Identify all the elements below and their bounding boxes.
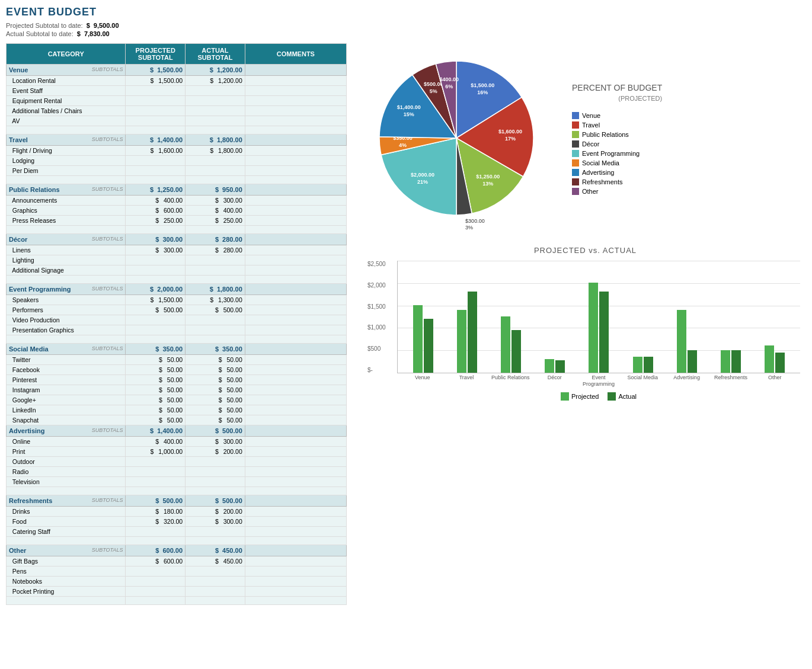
item-projected xyxy=(126,116,186,126)
item-actual: $ 300.00 xyxy=(186,437,245,447)
item-comments xyxy=(245,577,346,587)
item-name: Notebooks xyxy=(7,577,126,587)
item-comments xyxy=(245,295,346,305)
item-row: Gift Bags $ 600.00 $ 450.00 xyxy=(7,556,347,566)
item-comments xyxy=(245,216,346,226)
bar-legend-item: Actual xyxy=(608,392,637,401)
item-actual xyxy=(186,457,245,467)
item-name: Gift Bags xyxy=(7,556,126,566)
item-name: Food xyxy=(7,517,126,527)
item-projected xyxy=(126,477,186,487)
item-actual xyxy=(186,265,245,276)
bar-actual xyxy=(775,353,785,373)
bar-group xyxy=(402,261,443,373)
legend-color xyxy=(572,188,579,195)
item-projected: $ 400.00 xyxy=(126,437,186,447)
y-axis-label: $1,500 xyxy=(367,303,386,310)
item-name: Flight / Driving xyxy=(7,146,126,156)
item-name: AV xyxy=(7,116,126,126)
legend-color xyxy=(572,121,579,129)
item-row: Presentation Graphics xyxy=(7,325,347,335)
bar-projected xyxy=(501,316,510,373)
bar-chart-legend: Projected Actual xyxy=(397,392,800,401)
category-name: Event Programming SUBTOTALS xyxy=(7,284,126,295)
legend-item: Other xyxy=(572,188,662,195)
item-comments xyxy=(245,196,346,206)
item-projected: $ 600.00 xyxy=(126,206,186,216)
item-comments xyxy=(245,315,346,325)
item-name: Linens xyxy=(7,245,126,255)
item-row: Print $ 1,000.00 $ 200.00 xyxy=(7,447,347,457)
item-projected xyxy=(126,106,186,116)
item-actual xyxy=(186,106,245,116)
legend-item: Refreshments xyxy=(572,178,662,185)
item-name: Event Staff xyxy=(7,86,126,96)
item-projected: $ 300.00 xyxy=(126,245,186,255)
item-actual xyxy=(186,477,245,487)
item-projected: $ 50.00 xyxy=(126,385,186,395)
bar-projected xyxy=(633,357,642,373)
pie-external-label: $300.00 xyxy=(465,218,485,224)
item-actual: $ 300.00 xyxy=(186,196,245,206)
empty-row xyxy=(7,487,347,495)
item-name: Catering Staff xyxy=(7,527,126,537)
y-axis-label: $- xyxy=(367,367,386,373)
item-comments xyxy=(245,106,346,116)
item-projected: $ 1,500.00 xyxy=(126,76,186,86)
category-comments xyxy=(245,234,346,245)
item-actual: $ 1,200.00 xyxy=(186,76,245,86)
item-projected: $ 50.00 xyxy=(126,395,186,405)
pie-label: $1,250.00 xyxy=(476,174,500,180)
pie-label: $1,500.00 xyxy=(471,82,494,88)
bar-projected xyxy=(413,305,423,373)
item-actual: $ 400.00 xyxy=(186,206,245,216)
item-projected: $ 600.00 xyxy=(126,556,186,566)
bar-legend-label: Projected xyxy=(571,393,599,400)
budget-table: CATEGORY PROJECTED SUBTOTAL ACTUAL SUBTO… xyxy=(6,43,347,605)
item-name: Speakers xyxy=(7,295,126,305)
pie-chart-section: $1,500.0016%$1,600.0017%$1,250.0013%$300… xyxy=(365,43,806,234)
bar-projected xyxy=(721,350,730,373)
item-comments xyxy=(245,355,346,365)
item-actual: $ 200.00 xyxy=(186,447,245,457)
item-row: Catering Staff xyxy=(7,527,347,537)
category-row: Social Media SUBTOTALS $ 350.00 $ 350.00 xyxy=(7,344,347,355)
bar-projected xyxy=(589,283,598,373)
item-actual: $ 250.00 xyxy=(186,216,245,226)
actual-dollar: $ xyxy=(77,30,81,37)
category-row: Public Relations SUBTOTALS $ 1,250.00 $ … xyxy=(7,184,347,196)
item-name: Lodging xyxy=(7,156,126,166)
item-comments xyxy=(245,477,346,487)
item-row: Online $ 400.00 $ 300.00 xyxy=(7,437,347,447)
legend-label: Event Programming xyxy=(582,150,640,157)
item-row: Speakers $ 1,500.00 $ 1,300.00 xyxy=(7,295,347,305)
bar-actual xyxy=(468,292,477,373)
category-name: Other SUBTOTALS xyxy=(7,545,126,556)
x-axis-label: Décor xyxy=(534,374,575,388)
item-name: Outdoor xyxy=(7,457,126,467)
summary-projected: Projected Subtotal to date: $ 9,500.00 xyxy=(6,22,806,29)
category-actual: $ 450.00 xyxy=(186,545,245,556)
item-actual: $ 50.00 xyxy=(186,365,245,375)
item-actual: $ 280.00 xyxy=(186,245,245,255)
bar-actual xyxy=(512,330,521,373)
item-row: Lighting xyxy=(7,255,347,265)
bar-group xyxy=(490,261,531,373)
bar-actual xyxy=(424,319,433,373)
item-row: Announcements $ 400.00 $ 300.00 xyxy=(7,196,347,206)
item-row: Event Staff xyxy=(7,86,347,96)
item-actual xyxy=(186,96,245,106)
item-projected xyxy=(126,86,186,96)
col-header-comments: COMMENTS xyxy=(245,44,346,65)
bar-group xyxy=(446,261,487,373)
category-actual: $ 1,800.00 xyxy=(186,284,245,295)
item-actual: $ 50.00 xyxy=(186,405,245,415)
legend-item: Social Media xyxy=(572,159,662,167)
charts-area: $1,500.0016%$1,600.0017%$1,250.0013%$300… xyxy=(359,43,806,605)
category-projected: $ 2,000.00 xyxy=(126,284,186,295)
item-comments xyxy=(245,447,346,457)
projected-value: 9,500.00 xyxy=(94,22,119,29)
category-row: Other SUBTOTALS $ 600.00 $ 450.00 xyxy=(7,545,347,556)
item-projected: $ 50.00 xyxy=(126,405,186,415)
item-actual: $ 1,800.00 xyxy=(186,146,245,156)
